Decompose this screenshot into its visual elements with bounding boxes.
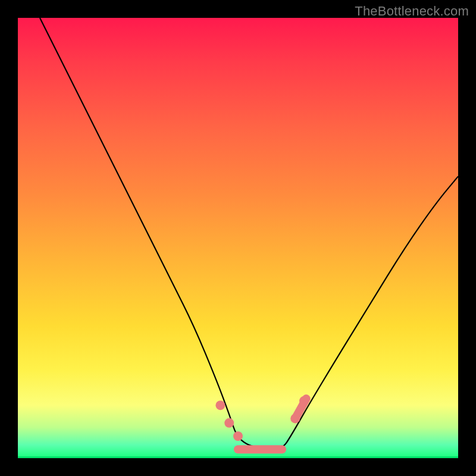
- valley-marker-dot: [224, 418, 234, 428]
- chart-frame: TheBottleneck.com: [0, 0, 476, 476]
- bottleneck-curve-path: [40, 18, 458, 449]
- watermark-text: TheBottleneck.com: [355, 4, 469, 19]
- plot-area: [18, 18, 458, 458]
- chart-svg: [18, 18, 458, 458]
- valley-right-pill: [295, 399, 306, 418]
- valley-marker-dot: [215, 400, 225, 410]
- valley-marker-dot: [233, 431, 243, 441]
- valley-markers: [215, 396, 309, 449]
